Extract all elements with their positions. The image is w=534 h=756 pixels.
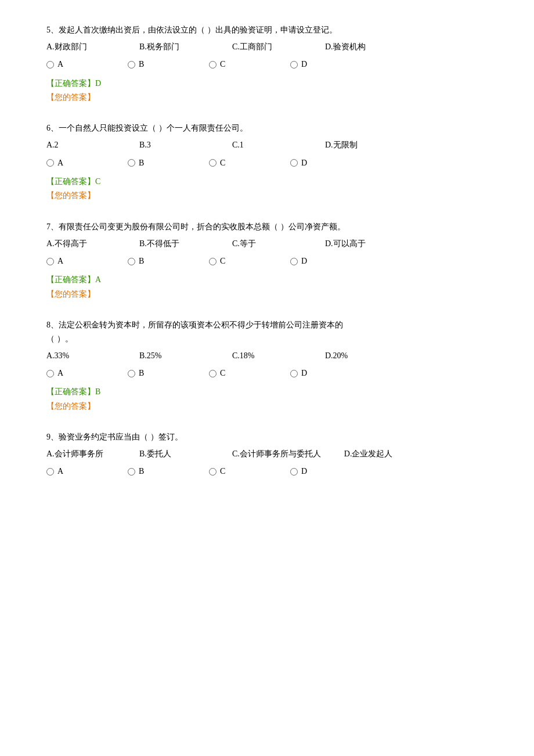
options-row-6: A.2B.3C.1D.无限制 [46,139,488,152]
question-text-5: 5、发起人首次缴纳出资后，由依法设立的（ ）出具的验资证明，申请设立登记。 [46,23,488,37]
radio-circle-7-A [46,258,54,265]
radio-option-7-A[interactable]: A [46,255,93,268]
radio-circle-8-A [46,370,54,377]
radio-option-8-A[interactable]: A [46,367,93,380]
option-7-A: A.不得高于 [46,237,116,250]
correct-answer-7: 【正确答案】A [46,273,488,286]
radio-option-5-A[interactable]: A [46,58,93,71]
radio-label-5-A: A [57,58,63,71]
radio-label-8-C: C [220,367,225,380]
option-8-C: C.18% [232,350,302,362]
question-block-8: 8、法定公积金转为资本时，所留存的该项资本公积不得少于转增前公司注册资本的（ ）… [46,318,488,413]
radio-label-6-D: D [301,157,307,170]
your-answer-6: 【您的答案】 [46,189,488,202]
radio-option-6-A[interactable]: A [46,157,93,170]
radio-label-9-A: A [57,465,63,478]
radio-option-8-C[interactable]: C [209,367,255,380]
radio-label-5-D: D [301,58,307,71]
radio-circle-9-C [209,468,217,476]
radio-label-5-B: B [139,58,144,71]
radio-circle-5-D [290,61,298,69]
option-6-A: A.2 [46,139,116,152]
option-5-B: B.税务部门 [139,41,209,53]
radio-circle-9-A [46,468,54,476]
radio-label-6-A: A [57,157,63,170]
radio-option-7-B[interactable]: B [128,255,174,268]
radio-label-8-D: D [301,367,307,380]
radio-option-6-B[interactable]: B [128,157,174,170]
answer-block-6: 【正确答案】C【您的答案】 [46,175,488,203]
radio-label-9-D: D [301,465,307,478]
radio-option-5-D[interactable]: D [290,58,337,71]
radio-circle-5-A [46,61,54,69]
radio-circle-8-C [209,370,217,377]
option-8-A: A.33% [46,350,116,362]
radio-circle-7-C [209,258,217,265]
radio-label-6-B: B [139,157,144,170]
answer-block-8: 【正确答案】B【您的答案】 [46,386,488,413]
questions-container: 5、发起人首次缴纳出资后，由依法设立的（ ）出具的验资证明，申请设立登记。A.财… [46,23,488,478]
radio-option-9-A[interactable]: A [46,465,93,478]
radio-option-7-C[interactable]: C [209,255,255,268]
radio-option-5-C[interactable]: C [209,58,255,71]
option-6-B: B.3 [139,139,209,152]
radio-circle-8-D [290,370,298,377]
answer-block-5: 【正确答案】D【您的答案】 [46,77,488,105]
radio-option-8-D[interactable]: D [290,367,337,380]
radio-label-5-C: C [220,58,225,71]
options-row-8: A.33%B.25%C.18%D.20% [46,350,488,362]
radio-row-6: ABCD [46,157,488,170]
question-text-8: 8、法定公积金转为资本时，所留存的该项资本公积不得少于转增前公司注册资本的（ ）… [46,318,488,346]
question-text-7: 7、有限责任公司变更为股份有限公司时，折合的实收股本总额（ ）公司净资产额。 [46,220,488,234]
radio-option-5-B[interactable]: B [128,58,174,71]
radio-label-9-B: B [139,465,144,478]
option-9-C: C.会计师事务所与委托人 [232,448,321,460]
option-9-D: D.企业发起人 [344,448,414,460]
radio-circle-7-B [128,258,135,265]
radio-option-9-B[interactable]: B [128,465,174,478]
option-5-C: C.工商部门 [232,41,302,53]
radio-label-9-C: C [220,465,225,478]
radio-circle-6-A [46,159,54,167]
radio-label-6-C: C [220,157,225,170]
radio-label-8-A: A [57,367,63,380]
option-8-B: B.25% [139,350,209,362]
radio-row-7: ABCD [46,255,488,268]
option-5-A: A.财政部门 [46,41,116,53]
correct-answer-6: 【正确答案】C [46,175,488,188]
option-6-D: D.无限制 [325,139,395,152]
radio-row-8: ABCD [46,367,488,380]
option-8-D: D.20% [325,350,395,362]
your-answer-7: 【您的答案】 [46,288,488,301]
radio-circle-5-B [128,61,135,69]
your-answer-8: 【您的答案】 [46,400,488,413]
answer-block-7: 【正确答案】A【您的答案】 [46,273,488,301]
radio-option-7-D[interactable]: D [290,255,337,268]
radio-circle-8-B [128,370,135,377]
option-7-C: C.等于 [232,237,302,250]
radio-option-6-C[interactable]: C [209,157,255,170]
option-7-B: B.不得低于 [139,237,209,250]
options-row-7: A.不得高于B.不得低于C.等于D.可以高于 [46,237,488,250]
radio-circle-6-D [290,159,298,167]
radio-circle-9-B [128,468,135,476]
radio-row-5: ABCD [46,58,488,71]
radio-option-6-D[interactable]: D [290,157,337,170]
option-6-C: C.1 [232,139,302,152]
question-text-9: 9、验资业务约定书应当由（ ）签订。 [46,430,488,444]
radio-label-7-D: D [301,255,307,268]
radio-label-7-C: C [220,255,225,268]
radio-option-9-D[interactable]: D [290,465,337,478]
question-block-6: 6、一个自然人只能投资设立（ ）个一人有限责任公司。A.2B.3C.1D.无限制… [46,121,488,202]
radio-option-9-C[interactable]: C [209,465,255,478]
question-block-7: 7、有限责任公司变更为股份有限公司时，折合的实收股本总额（ ）公司净资产额。A.… [46,220,488,301]
option-9-A: A.会计师事务所 [46,448,116,460]
question-block-5: 5、发起人首次缴纳出资后，由依法设立的（ ）出具的验资证明，申请设立登记。A.财… [46,23,488,104]
radio-label-8-B: B [139,367,144,380]
radio-circle-6-B [128,159,135,167]
radio-circle-9-D [290,468,298,476]
option-7-D: D.可以高于 [325,237,395,250]
correct-answer-8: 【正确答案】B [46,386,488,398]
your-answer-5: 【您的答案】 [46,91,488,104]
radio-option-8-B[interactable]: B [128,367,174,380]
